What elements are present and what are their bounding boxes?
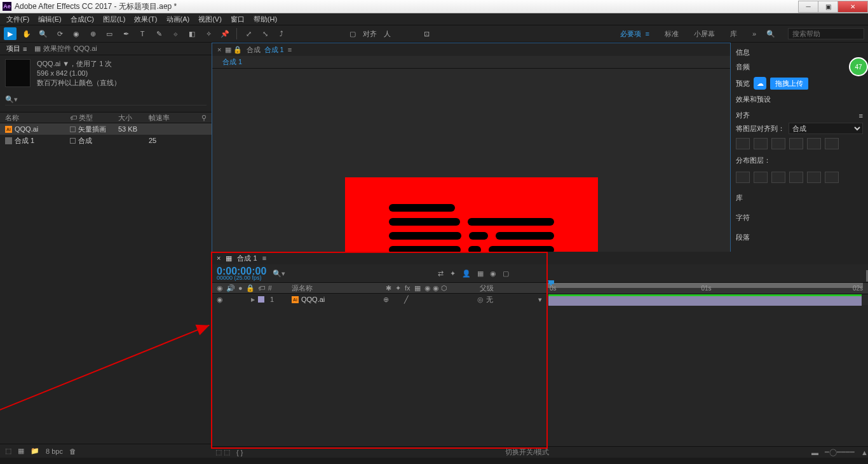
label-col-icon[interactable]: 🏷 xyxy=(258,284,265,292)
header-size[interactable]: 大小 xyxy=(118,113,149,123)
delete-icon[interactable]: 🗑 xyxy=(69,447,76,455)
selection-tool-icon[interactable]: ▶ xyxy=(4,27,17,40)
workspace-small[interactable]: 小屏幕 xyxy=(694,29,715,39)
timeline-search-icon[interactable]: 🔍▾ xyxy=(273,270,285,278)
parent-value[interactable]: 无 xyxy=(486,295,493,304)
comp-mini-flow-icon[interactable]: ⇄ xyxy=(438,270,444,278)
world-axis-icon[interactable]: ⤡ xyxy=(259,27,271,40)
workspace-more-icon[interactable]: » xyxy=(752,30,756,38)
close-button[interactable]: ✕ xyxy=(837,1,868,13)
align-top-icon[interactable] xyxy=(789,138,803,149)
toggle-mode-label[interactable]: 切换开关/模式 xyxy=(249,447,805,457)
upload-button[interactable]: 拖拽上传 xyxy=(770,78,808,90)
menu-help[interactable]: 帮助(H) xyxy=(251,14,280,25)
notification-badge[interactable]: 47 xyxy=(849,57,868,76)
menu-effect[interactable]: 效果(T) xyxy=(132,14,159,25)
menu-edit[interactable]: 编辑(E) xyxy=(36,14,64,25)
audio-col-icon[interactable]: 🔊 xyxy=(226,284,235,292)
align-target-select[interactable]: 合成 xyxy=(789,123,863,134)
layer-expand-icon[interactable]: ▶ xyxy=(251,297,255,303)
layer-mode-2[interactable]: ╱ xyxy=(404,296,409,304)
parent-pickwhip-icon[interactable]: ◎ xyxy=(477,296,484,304)
interpret-icon[interactable]: ⬚ xyxy=(5,447,11,455)
timeline-tab[interactable]: 合成 1 xyxy=(237,254,257,263)
puppet-tool-icon[interactable]: 📌 xyxy=(219,27,231,40)
dist-4-icon[interactable] xyxy=(789,172,803,183)
panel-library[interactable]: 库 xyxy=(736,193,863,203)
tab-project[interactable]: 项目 ≡ xyxy=(6,44,27,53)
layer-color-chip[interactable] xyxy=(258,296,264,303)
panel-effects[interactable]: 效果和预设 xyxy=(736,92,863,107)
frame-blend-icon[interactable]: ▦ xyxy=(477,270,484,278)
project-search[interactable]: 🔍▾ xyxy=(5,95,207,106)
view-axis-icon[interactable]: ⤴ xyxy=(275,27,288,40)
menu-anim[interactable]: 动画(A) xyxy=(164,14,193,25)
bracket-icon[interactable]: { } xyxy=(236,449,243,456)
snap-guide-icon[interactable]: 人 xyxy=(381,27,393,40)
rect-tool-icon[interactable]: ▭ xyxy=(103,27,116,40)
eraser-tool-icon[interactable]: ◧ xyxy=(186,27,198,40)
header-parent[interactable]: 父级 xyxy=(477,283,547,293)
timeline-menu-icon[interactable]: ≡ xyxy=(262,254,266,262)
dist-6-icon[interactable] xyxy=(825,172,839,183)
toggle-switches-icon[interactable]: ⬚ ⬚ xyxy=(215,448,230,456)
tab-effect-controls[interactable]: ▦ 效果控件 QQQ.ai xyxy=(34,44,97,53)
comp-breadcrumb[interactable]: 合成 1 xyxy=(212,56,730,69)
project-row[interactable]: 合成 1 合成 25 xyxy=(0,135,212,146)
menu-window[interactable]: 窗口 xyxy=(228,14,247,25)
bpc-toggle[interactable]: 8 bpc xyxy=(46,447,63,455)
shy-icon[interactable]: 👤 xyxy=(462,270,471,278)
graph-editor-icon[interactable]: ▢ xyxy=(503,270,509,278)
panel-audio[interactable]: 音频 xyxy=(736,60,863,74)
local-axis-icon[interactable]: ⤢ xyxy=(242,27,255,40)
lock-col-icon[interactable]: 🔒 xyxy=(246,284,255,292)
draft3d-icon[interactable]: ✦ xyxy=(450,270,456,278)
dist-3-icon[interactable] xyxy=(771,172,785,183)
dist-2-icon[interactable] xyxy=(754,172,768,183)
header-fps[interactable]: 帧速率 xyxy=(149,113,179,123)
help-search-input[interactable] xyxy=(788,28,864,39)
layer-duration-bar[interactable] xyxy=(548,296,862,306)
comp-name[interactable]: 合成 1 xyxy=(264,45,284,55)
new-folder-icon[interactable]: 📁 xyxy=(31,447,39,455)
comp-lock-icon[interactable]: ▦ 🔒 xyxy=(225,46,242,54)
panel-character[interactable]: 字符 xyxy=(736,213,863,222)
snap-icon[interactable]: ▢ xyxy=(346,27,359,40)
comp-menu-icon[interactable]: ≡ xyxy=(288,46,292,53)
solo-col-icon[interactable]: ● xyxy=(238,284,243,292)
timeline-layer-row[interactable]: ◉ ▶ 1 Ai QQQ.ai ⊕ ╱ xyxy=(212,294,547,305)
menu-layer[interactable]: 图层(L) xyxy=(100,14,128,25)
menu-file[interactable]: 文件(F) xyxy=(4,14,32,25)
layer-name[interactable]: QQQ.ai xyxy=(301,296,325,303)
zoom-out-icon[interactable]: ▬ xyxy=(811,449,818,456)
comp-close-icon[interactable]: × xyxy=(217,46,221,53)
text-tool-icon[interactable]: T xyxy=(136,27,149,40)
align-bottom-icon[interactable] xyxy=(825,138,839,149)
menu-comp[interactable]: 合成(C) xyxy=(68,14,97,25)
dist-5-icon[interactable] xyxy=(807,172,821,183)
align-menu-icon[interactable]: ≡ xyxy=(859,112,863,119)
new-comp-icon[interactable]: ▦ xyxy=(18,447,24,455)
maximize-button[interactable]: ▣ xyxy=(818,1,838,13)
cloud-icon[interactable]: ☁ xyxy=(754,77,766,90)
zoom-tool-icon[interactable]: 🔍 xyxy=(37,27,50,40)
menu-view[interactable]: 视图(V) xyxy=(196,14,224,25)
roto-tool-icon[interactable]: ✧ xyxy=(202,27,215,40)
panel-preview[interactable]: 预览 xyxy=(736,79,750,88)
motion-blur-icon[interactable]: ◉ xyxy=(490,270,496,278)
parent-dropdown-icon[interactable]: ▾ xyxy=(538,296,547,304)
brush-tool-icon[interactable]: ✎ xyxy=(153,27,165,40)
project-row[interactable]: AiQQQ.ai 矢量插画 53 KB xyxy=(0,123,212,135)
playhead-icon[interactable] xyxy=(548,280,554,286)
timeline-close-icon[interactable]: × xyxy=(217,254,220,262)
panel-paragraph[interactable]: 段落 xyxy=(736,233,863,242)
zoom-slider[interactable]: ━◯━━━━ xyxy=(825,448,855,456)
panel-info[interactable]: 信息 xyxy=(736,45,863,60)
workspace-current[interactable]: 必要项 xyxy=(620,29,641,39)
layer-mode-1[interactable]: ⊕ xyxy=(383,296,389,304)
align-left-icon[interactable] xyxy=(736,138,750,149)
pen-tool-icon[interactable]: ✒ xyxy=(119,27,132,40)
anchor-tool-icon[interactable]: ⊕ xyxy=(86,27,99,40)
clone-tool-icon[interactable]: ⟐ xyxy=(169,27,182,40)
rotate-tool-icon[interactable]: ◉ xyxy=(70,27,83,40)
